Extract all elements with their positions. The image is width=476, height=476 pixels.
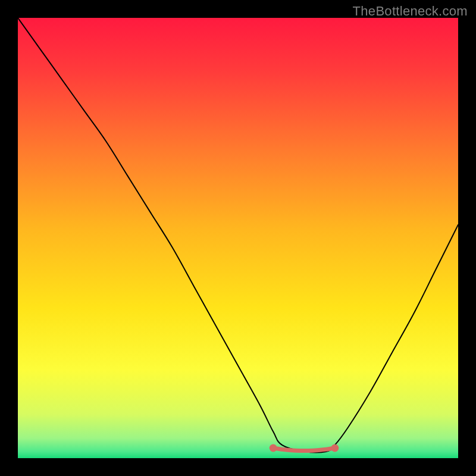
bottleneck-curve	[18, 18, 458, 452]
curve-layer	[18, 18, 458, 458]
watermark-text: TheBottleneck.com	[353, 4, 468, 19]
plot-area	[18, 18, 458, 458]
sweet-spot-marker	[270, 444, 277, 452]
sweet-spot-segment	[273, 448, 335, 451]
chart-frame: TheBottleneck.com	[0, 0, 476, 476]
sweet-spot-marker	[331, 444, 339, 452]
